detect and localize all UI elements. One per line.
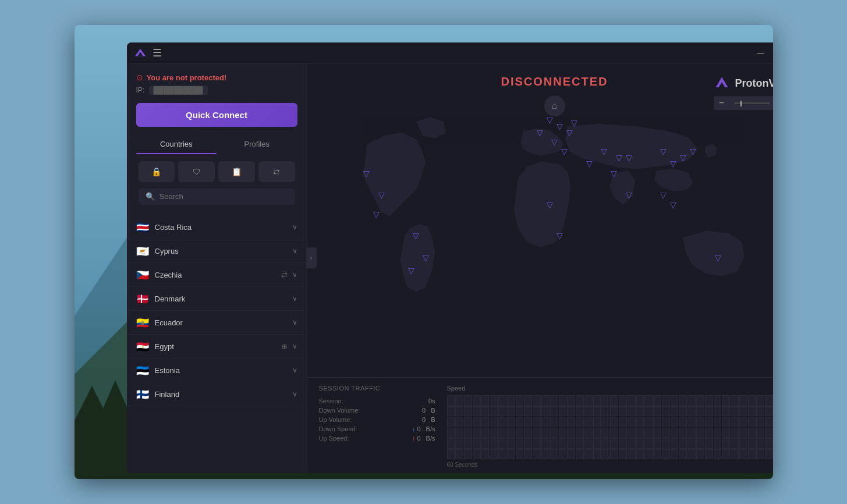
- chart-cell: [541, 428, 550, 438]
- chart-cell: [722, 406, 730, 417]
- window-controls: — □ ✕: [757, 49, 773, 57]
- chart-cell: [455, 428, 463, 438]
- chart-cell: [731, 395, 739, 406]
- filter-doc-button[interactable]: 📋: [218, 161, 255, 182]
- hamburger-menu-icon[interactable]: ☰: [153, 47, 162, 59]
- chart-cell: [619, 449, 627, 460]
- chart-cell: [593, 438, 601, 449]
- country-name-finland: Finland: [155, 390, 292, 399]
- chart-cell: [481, 406, 490, 417]
- country-item-denmark[interactable]: 🇩🇰 Denmark ∨: [127, 287, 307, 311]
- server-marker: ▽: [680, 154, 686, 162]
- chart-cell: [481, 438, 490, 449]
- quick-connect-button[interactable]: Quick Connect: [136, 103, 297, 127]
- chart-cell: [696, 428, 704, 438]
- protection-warning: ⊙ You are not protected!: [136, 73, 297, 82]
- chart-cell: [481, 449, 490, 460]
- country-item-czechia[interactable]: 🇨🇿 Czechia ⇄ ∨: [127, 263, 307, 287]
- tab-countries[interactable]: Countries: [136, 135, 217, 154]
- chart-cell: [722, 395, 730, 406]
- home-button[interactable]: ⌂: [544, 95, 565, 116]
- sidebar-collapse-button[interactable]: ‹: [306, 247, 317, 268]
- chart-cell: [628, 438, 636, 449]
- filter-shield-button[interactable]: 🛡: [178, 161, 215, 182]
- search-input[interactable]: [160, 192, 288, 201]
- minimize-button[interactable]: —: [757, 49, 765, 57]
- ip-label: IP:: [136, 86, 145, 94]
- server-marker: ▽: [670, 201, 676, 209]
- chart-cell: [524, 438, 532, 449]
- chart-cell: [584, 417, 593, 427]
- country-item-costa-rica[interactable]: 🇨🇷 Costa Rica ∨: [127, 215, 307, 239]
- country-item-ecuador[interactable]: 🇪🇨 Ecuador ∨: [127, 311, 307, 335]
- chart-cell: [507, 417, 515, 427]
- chart-cell: [473, 438, 481, 449]
- chart-cell: [619, 406, 627, 417]
- server-marker: ▽: [571, 119, 577, 127]
- chart-cell: [516, 438, 524, 449]
- chart-cell: [662, 417, 670, 427]
- chart-cell: [662, 406, 670, 417]
- country-item-cyprus[interactable]: 🇨🇾 Cyprus ∨: [127, 239, 307, 263]
- chart-cell: [455, 449, 463, 460]
- server-marker: ▽: [611, 169, 617, 178]
- chart-cell: [644, 406, 653, 417]
- flag-ecuador: 🇪🇨: [136, 318, 149, 327]
- chart-cell: [722, 417, 730, 427]
- country-item-estonia[interactable]: 🇪🇪 Estonia ∨: [127, 359, 307, 382]
- chart-cell: [653, 438, 661, 449]
- chart-cell: [473, 395, 481, 406]
- chart-cell: [679, 438, 687, 449]
- filter-tor-button[interactable]: ⇄: [258, 161, 295, 182]
- tab-profiles[interactable]: Profiles: [217, 135, 297, 154]
- server-marker: ▽: [660, 147, 667, 155]
- flag-czechia: 🇨🇿: [136, 270, 149, 279]
- chart-cell: [584, 395, 593, 406]
- flag-finland: 🇫🇮: [136, 389, 149, 399]
- zoom-out-button[interactable]: −: [714, 96, 730, 110]
- country-item-finland[interactable]: 🇫🇮 Finland ∨: [127, 382, 307, 406]
- down-volume-label: Down Volume:: [319, 407, 360, 414]
- chart-cell: [524, 449, 532, 460]
- server-marker: ▽: [626, 191, 632, 199]
- chart-cell: [756, 406, 764, 417]
- server-marker: ▽: [561, 147, 568, 155]
- server-marker: ▽: [616, 154, 622, 162]
- chart-cell: [705, 428, 713, 438]
- country-item-egypt[interactable]: 🇪🇬 Egypt ⊕ ∨: [127, 335, 307, 359]
- chart-cell: [671, 449, 679, 460]
- chart-cell: [593, 449, 601, 460]
- speed-chart-panel: Speed 0 B/s 60 Seconds 0: [447, 385, 773, 466]
- chart-cell: [498, 406, 506, 417]
- server-marker: ▽: [690, 147, 696, 155]
- chart-cell: [610, 417, 618, 427]
- server-marker: ▽: [626, 154, 632, 162]
- filter-secure-button[interactable]: 🔒: [139, 161, 175, 182]
- chart-cell: [765, 428, 772, 438]
- up-speed-value: ↑ 0 B/s: [412, 435, 435, 442]
- chart-cell: [739, 438, 747, 449]
- chart-cell: [748, 428, 756, 438]
- chart-cell: [628, 395, 636, 406]
- chart-cell: [593, 395, 601, 406]
- zoom-bar: [735, 102, 770, 104]
- chevron-icon: ∨: [292, 318, 297, 326]
- server-marker: ▽: [660, 191, 667, 199]
- maximize-button[interactable]: □: [772, 49, 773, 57]
- chart-cell: [498, 438, 506, 449]
- chart-cell: [473, 428, 481, 438]
- chart-cell: [705, 438, 713, 449]
- chart-cell: [455, 406, 463, 417]
- tab-bar: Countries Profiles: [136, 135, 297, 154]
- chart-cell: [731, 438, 739, 449]
- chart-cell: [533, 417, 541, 427]
- up-speed-label: Up Speed:: [319, 435, 349, 442]
- chart-cell: [524, 417, 532, 427]
- chart-cell: [601, 449, 609, 460]
- stat-row-session: Session: 0s: [319, 397, 435, 404]
- chart-cell: [507, 449, 515, 460]
- flag-cyprus: 🇨🇾: [136, 246, 149, 255]
- server-marker: ▽: [547, 201, 553, 209]
- speed-chart-grid: [447, 395, 773, 459]
- chart-cell: [481, 428, 490, 438]
